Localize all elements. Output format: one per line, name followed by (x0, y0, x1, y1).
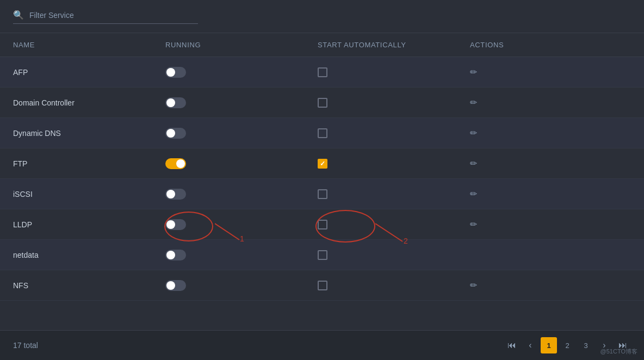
table-row: netdata (0, 240, 644, 270)
table-row: FTP✏ (0, 148, 644, 179)
cell-actions: ✏ (470, 212, 631, 237)
start-auto-checkbox[interactable] (318, 98, 327, 108)
toggle-knob (166, 98, 175, 107)
table-row: Dynamic DNS✏ (0, 118, 644, 148)
edit-icon[interactable]: ✏ (470, 97, 477, 108)
cell-running (165, 59, 318, 85)
toggle-knob (166, 129, 175, 138)
cell-actions: ✏ (470, 59, 631, 85)
watermark: @51CTO博客 (600, 347, 637, 356)
cell-service-name: NFS (13, 274, 165, 297)
cell-start-auto (318, 212, 470, 237)
running-toggle[interactable] (165, 280, 186, 291)
start-auto-checkbox[interactable] (318, 281, 327, 290)
cell-running (165, 181, 318, 207)
table-header: Name Running Start Automatically Actions (0, 33, 644, 57)
toggle-knob (166, 190, 175, 198)
table-row: Domain Controller✏ (0, 88, 644, 118)
table-row: LLDP✏ (0, 209, 644, 240)
cell-actions: ✏ (470, 272, 631, 298)
running-toggle[interactable] (165, 189, 186, 200)
cell-running (165, 151, 318, 177)
start-auto-checkbox[interactable] (318, 220, 327, 229)
running-toggle[interactable] (165, 128, 186, 139)
edit-icon[interactable]: ✏ (470, 189, 477, 199)
running-toggle[interactable] (165, 219, 186, 230)
column-header-start-auto: Start Automatically (318, 33, 470, 57)
page-1-button[interactable]: 1 (541, 337, 557, 353)
cell-running (165, 242, 318, 268)
start-auto-checkbox[interactable] (318, 67, 327, 77)
start-auto-checkbox[interactable] (318, 159, 327, 169)
search-input[interactable] (29, 11, 198, 20)
table-container: Name Running Start Automatically Actions… (0, 33, 644, 330)
cell-service-name: Dynamic DNS (13, 121, 165, 145)
prev-page-button[interactable]: ‹ (522, 337, 538, 353)
running-toggle[interactable] (165, 250, 186, 260)
start-auto-checkbox[interactable] (318, 128, 327, 138)
running-toggle[interactable] (165, 158, 186, 169)
cell-running (165, 212, 318, 238)
page-3-button[interactable]: 3 (578, 337, 594, 353)
main-content: 1 2 Name Running Start Automatically Act… (0, 33, 644, 360)
edit-icon[interactable]: ✏ (470, 128, 477, 138)
cell-running (165, 90, 318, 116)
cell-start-auto (318, 90, 470, 115)
total-label: 17 total (13, 341, 38, 350)
table-row: NFS✏ (0, 270, 644, 301)
cell-running (165, 272, 318, 299)
cell-actions: ✏ (470, 151, 631, 176)
cell-start-auto (318, 273, 470, 298)
cell-actions: ✏ (470, 120, 631, 146)
column-header-name: Name (13, 33, 165, 57)
column-header-running: Running (165, 33, 318, 57)
page-2-button[interactable]: 2 (559, 337, 575, 353)
cell-start-auto (318, 121, 470, 146)
search-input-wrapper: 🔍 (13, 10, 198, 24)
cell-service-name: LLDP (13, 213, 165, 237)
edit-icon[interactable]: ✏ (470, 158, 477, 169)
cell-start-auto (318, 151, 470, 176)
cell-service-name: Domain Controller (13, 91, 165, 115)
start-auto-checkbox[interactable] (318, 250, 327, 260)
table-body: AFP✏Domain Controller✏Dynamic DNS✏FTP✏iS… (0, 57, 644, 330)
table-row: AFP✏ (0, 57, 644, 88)
search-icon: 🔍 (13, 10, 24, 20)
cell-service-name: iSCSI (13, 182, 165, 206)
edit-icon[interactable]: ✏ (470, 67, 477, 77)
edit-icon[interactable]: ✏ (470, 280, 477, 290)
cell-service-name: netdata (13, 243, 165, 267)
cell-actions (470, 247, 631, 263)
cell-actions: ✏ (470, 181, 631, 207)
cell-actions: ✏ (470, 90, 631, 115)
cell-start-auto (318, 243, 470, 268)
first-page-button[interactable]: ⏮ (504, 337, 520, 353)
edit-icon[interactable]: ✏ (470, 219, 477, 229)
table-row: iSCSI✏ (0, 179, 644, 209)
cell-service-name: FTP (13, 152, 165, 176)
running-toggle[interactable] (165, 67, 186, 78)
cell-running (165, 120, 318, 146)
running-toggle[interactable] (165, 97, 186, 108)
column-header-actions: Actions (470, 33, 631, 57)
toggle-knob (166, 251, 175, 259)
start-auto-checkbox[interactable] (318, 189, 327, 199)
toggle-knob (176, 159, 185, 168)
footer: 17 total ⏮ ‹ 1 2 3 › ⏭ (0, 330, 644, 360)
cell-start-auto (318, 60, 470, 85)
toggle-knob (166, 281, 175, 290)
cell-start-auto (318, 182, 470, 207)
toggle-knob (166, 68, 175, 77)
cell-service-name: AFP (13, 60, 165, 84)
search-bar: 🔍 (0, 0, 644, 33)
toggle-knob (166, 220, 175, 229)
